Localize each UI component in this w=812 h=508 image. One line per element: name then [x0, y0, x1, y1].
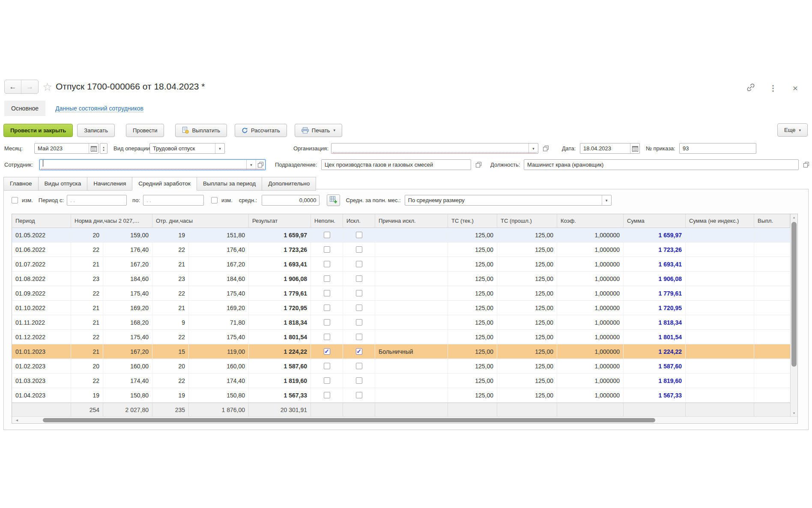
excluded-checkbox[interactable] [356, 392, 362, 398]
table-row[interactable]: 01.02.2023 20 160,00 20 160,00 1 587,60 … [12, 359, 790, 374]
close-icon[interactable]: × [791, 83, 800, 93]
detail-tab-5[interactable]: Дополнительно [262, 177, 316, 191]
table-row[interactable]: 01.05.2022 20 159,00 19 151,80 1 659,97 … [12, 228, 790, 242]
detail-tab-2[interactable]: Начисления [87, 177, 132, 191]
detail-tab-4[interactable]: Выплаты за период [197, 177, 262, 191]
table-row[interactable]: 01.01.2023 21 167,20 15 119,00 1 224,22 … [12, 344, 790, 359]
post-button[interactable]: Провести [126, 124, 164, 137]
partial-checkbox[interactable] [324, 305, 330, 311]
save-button[interactable]: Записать [77, 124, 115, 137]
forward-button[interactable]: → [21, 80, 38, 93]
partial-checkbox[interactable] [324, 261, 330, 267]
more-actions-button[interactable]: Еще ▾ [777, 123, 808, 137]
table-row[interactable]: 01.09.2022 22 175,40 22 175,40 1 779,61 … [12, 286, 790, 301]
detail-tab-1[interactable]: Виды отпуска [38, 177, 87, 191]
col-header-amount[interactable]: Сумма [624, 214, 686, 227]
calendar-icon[interactable] [89, 143, 98, 153]
organization-open-icon[interactable] [541, 143, 551, 154]
post-and-close-button[interactable]: Провести и закрыть [3, 124, 73, 137]
col-header-coefficient[interactable]: Коэф. [557, 214, 624, 227]
change-average-checkbox[interactable] [211, 197, 218, 203]
calculate-button[interactable]: Рассчитать [235, 124, 287, 137]
detail-tab-3[interactable]: Средний заработок [132, 177, 197, 191]
partial-checkbox[interactable] [324, 392, 330, 398]
scroll-up-icon[interactable]: ▴ [791, 215, 797, 219]
col-header-reason[interactable]: Причина искл. [375, 214, 448, 227]
partial-checkbox[interactable] [324, 275, 330, 282]
excluded-checkbox[interactable] [356, 232, 362, 238]
scroll-left-icon[interactable]: ◂ [16, 418, 18, 422]
excluded-checkbox[interactable] [356, 334, 362, 340]
table-row[interactable]: 01.03.2023 22 174,40 22 174,40 1 819,60 … [12, 374, 790, 388]
partial-checkbox[interactable] [324, 348, 330, 355]
partial-checkbox[interactable] [324, 232, 330, 238]
organization-field[interactable]: ▾ [331, 143, 538, 154]
excluded-checkbox[interactable] [356, 246, 362, 253]
period-to-field[interactable]: . . [143, 195, 204, 206]
pay-button[interactable]: Выплатить [175, 124, 227, 137]
col-header-norm[interactable]: Норма дни,часы 2 027,… [71, 214, 152, 227]
employee-caret-icon[interactable]: ▾ [247, 160, 256, 170]
nav-link-employee-states[interactable]: Данные состояний сотрудников [55, 105, 143, 112]
partial-checkbox[interactable] [324, 246, 330, 253]
col-header-amount-nonindexed[interactable]: Сумма (не индекс.) [686, 214, 754, 227]
excluded-checkbox[interactable] [356, 348, 362, 355]
excluded-checkbox[interactable] [356, 363, 362, 369]
partial-checkbox[interactable] [324, 319, 330, 326]
table-row[interactable]: 01.11.2022 21 168,20 9 71,80 1 818,34 12… [12, 315, 790, 330]
more-menu-icon[interactable]: ⋮ [768, 84, 778, 93]
position-field[interactable]: Машинист крана (крановщик) [524, 159, 799, 170]
partial-checkbox[interactable] [324, 377, 330, 384]
horizontal-scroll-thumb[interactable] [43, 418, 655, 422]
date-field[interactable]: 18.04.2023 [580, 143, 640, 154]
col-header-excluded[interactable]: Искл. [343, 214, 375, 227]
table-row[interactable]: 01.08.2022 23 184,60 23 184,60 1 906,08 … [12, 272, 790, 286]
get-link-icon[interactable] [746, 83, 755, 94]
full-month-select[interactable]: По среднему размеру ▾ [405, 195, 612, 206]
horizontal-scrollbar[interactable]: ◂ [12, 416, 797, 423]
partial-checkbox[interactable] [324, 290, 330, 296]
excluded-checkbox[interactable] [356, 305, 362, 311]
col-header-worked[interactable]: Отр. дни,часы [152, 214, 249, 227]
change-period-checkbox[interactable] [12, 197, 18, 203]
month-field[interactable]: Май 2023 [34, 143, 99, 154]
favorite-star-icon[interactable]: ☆ [42, 81, 52, 94]
employee-field[interactable]: ▾ [39, 159, 266, 170]
table-row[interactable]: 01.12.2022 22 175,40 22 175,40 1 801,54 … [12, 330, 790, 344]
partial-checkbox[interactable] [324, 363, 330, 369]
col-header-partial[interactable]: Неполн. [311, 214, 343, 227]
full-month-caret-icon[interactable]: ▾ [602, 195, 611, 205]
nav-tab-main[interactable]: Основное [4, 101, 45, 116]
scroll-down-icon[interactable]: ▾ [791, 411, 797, 415]
table-row[interactable]: 01.07.2022 21 167,20 21 167,20 1 693,41 … [12, 257, 790, 272]
vertical-scrollbar[interactable]: ▴ ▾ [790, 214, 797, 416]
period-from-field[interactable]: . . [67, 195, 127, 206]
month-spinner[interactable]: ▴ ▾ [100, 143, 107, 154]
position-open-icon[interactable] [801, 159, 811, 170]
col-header-period[interactable]: Период [12, 214, 71, 227]
employee-open-icon[interactable] [256, 160, 265, 170]
print-button[interactable]: Печать ▾ [295, 124, 342, 137]
operation-select[interactable]: Трудовой отпуск ▾ [149, 143, 225, 154]
table-row[interactable]: 01.06.2022 22 176,40 22 176,40 1 723,26 … [12, 242, 790, 257]
organization-caret-icon[interactable]: ▾ [529, 143, 538, 153]
excluded-checkbox[interactable] [356, 261, 362, 267]
excluded-checkbox[interactable] [356, 377, 362, 384]
operation-caret-icon[interactable]: ▾ [215, 143, 224, 153]
partial-checkbox[interactable] [324, 334, 330, 340]
date-calendar-icon[interactable] [630, 143, 639, 153]
col-header-ts-current[interactable]: ТС (тек.) [448, 214, 497, 227]
table-row[interactable]: 01.10.2022 21 169,20 21 169,20 1 720,95 … [12, 301, 790, 315]
average-field[interactable]: 0,0000 [262, 195, 319, 206]
col-header-ts-previous[interactable]: ТС (прошл.) [497, 214, 557, 227]
department-field[interactable]: Цех производства газов и газовых смесей [321, 159, 471, 170]
department-open-icon[interactable] [474, 159, 484, 170]
back-button[interactable]: ← [5, 80, 21, 93]
excluded-checkbox[interactable] [356, 275, 362, 282]
order-number-field[interactable]: 93 [679, 143, 756, 154]
fill-table-button[interactable] [327, 194, 340, 206]
table-row[interactable]: 01.04.2023 19 150,80 19 150,80 1 567,33 … [12, 388, 790, 403]
col-header-result[interactable]: Результат [249, 214, 311, 227]
excluded-checkbox[interactable] [356, 319, 362, 326]
col-header-paid[interactable]: Выпл. [754, 214, 790, 227]
